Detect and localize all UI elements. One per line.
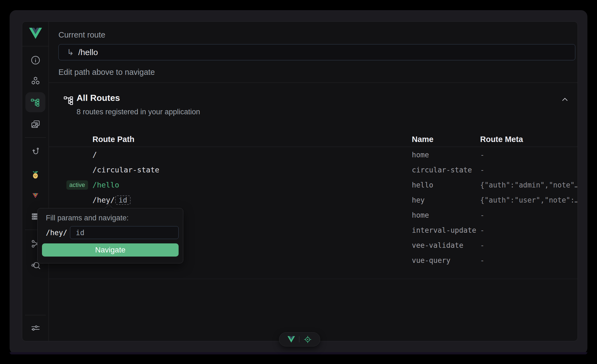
collapse-section-button[interactable] [559, 94, 571, 106]
param-value-input[interactable] [70, 226, 179, 239]
sidebar-item-router[interactable] [26, 143, 45, 160]
vee-validate-icon [31, 192, 40, 199]
route-meta-cell: - [480, 256, 578, 265]
devtools-panel: Current route ↳ Edit path above to navig… [22, 21, 578, 341]
sidebar-item-pinia[interactable] [26, 166, 45, 183]
route-name-cell: hey [412, 196, 480, 204]
route-path-cell: /hey/id [92, 195, 412, 205]
current-route-section: Current route ↳ Edit path above to navig… [49, 22, 578, 83]
sidebar-item-info[interactable] [26, 51, 45, 69]
sidebar-logo[interactable] [22, 22, 49, 46]
sidebar-item-assets[interactable] [26, 115, 45, 133]
main-content: Current route ↳ Edit path above to navig… [49, 22, 578, 341]
component-inspector-target-icon[interactable] [303, 335, 312, 344]
all-routes-subtitle: 8 routes registered in your application [77, 108, 200, 116]
routes-tree-icon [30, 97, 41, 107]
sidebar-item-vee-validate[interactable] [26, 187, 45, 204]
route-meta-cell: - [480, 226, 578, 234]
route-path-cell: /circular-state [92, 166, 412, 174]
table-row[interactable]: /circular-state circular-state - [49, 162, 578, 177]
route-meta-cell: - [480, 211, 578, 219]
sidebar-item-components[interactable] [26, 72, 45, 90]
sidebar-divider [25, 137, 46, 138]
sidebar-divider [25, 315, 46, 315]
info-icon [30, 55, 41, 65]
route-path-cell: /hello [92, 181, 412, 189]
sidebar-item-routes[interactable] [26, 92, 46, 112]
route-name-cell: home [412, 211, 480, 219]
route-meta-cell: {"auth":"user","note":… [480, 196, 578, 204]
chevron-up-icon [560, 95, 570, 106]
pill-divider [299, 336, 299, 342]
popup-path-prefix: /hey/ [46, 229, 67, 237]
router-icon [30, 147, 41, 157]
current-route-input[interactable] [78, 48, 575, 57]
current-route-label: Current route [58, 30, 105, 39]
sidebar-item-settings[interactable] [26, 319, 45, 337]
table-row[interactable]: / home - [49, 147, 578, 162]
route-name-cell: circular-state [412, 166, 480, 174]
navigate-button[interactable]: Navigate [42, 243, 179, 257]
route-meta-cell: - [480, 241, 578, 249]
sliders-settings-icon [30, 323, 41, 333]
popup-title: Fill params and navigate: [42, 214, 179, 222]
route-name-cell: vue-query [412, 256, 480, 265]
vue-logo-icon[interactable] [288, 336, 295, 343]
browser-frame: Current route ↳ Edit path above to navig… [10, 10, 587, 354]
table-row[interactable]: /hey/id hey {"auth":"user","note":… [49, 192, 578, 207]
pinia-pineapple-icon [31, 170, 40, 179]
current-route-inputbox[interactable]: ↳ [58, 44, 575, 60]
section-divider [49, 279, 578, 279]
route-param-box[interactable]: id [115, 195, 130, 205]
devtools-toggle-pill[interactable] [279, 332, 320, 346]
route-name-cell: home [412, 151, 480, 159]
routes-tree-icon [63, 95, 75, 107]
images-icon [30, 119, 41, 129]
table-row[interactable]: active /hello hello {"auth":"admin","not… [49, 177, 578, 192]
column-header-route-meta: Route Meta [480, 135, 578, 144]
column-header-name: Name [412, 135, 480, 144]
route-meta-cell: {"auth":"admin","note"… [480, 181, 578, 189]
components-icon [30, 76, 41, 86]
table-header-row: Route Path Name Route Meta [49, 132, 578, 147]
enter-arrow-icon: ↳ [67, 47, 74, 57]
vue-logo-icon [29, 28, 42, 40]
sidebar [22, 22, 49, 341]
current-route-hint: Edit path above to navigate [58, 68, 155, 77]
route-path-cell: / [92, 150, 412, 159]
popup-param-row: /hey/ [42, 226, 179, 239]
route-meta-cell: - [480, 151, 578, 159]
active-badge: active [66, 180, 88, 190]
route-name-cell: hello [412, 181, 480, 189]
fill-params-popup: Fill params and navigate: /hey/ Navigate [37, 208, 183, 263]
route-meta-cell: - [480, 166, 578, 174]
all-routes-title: All Routes [77, 93, 120, 103]
column-header-route-path: Route Path [92, 135, 412, 144]
route-name-cell: interval-update [412, 226, 480, 234]
route-name-cell: vee-validate [412, 241, 480, 249]
